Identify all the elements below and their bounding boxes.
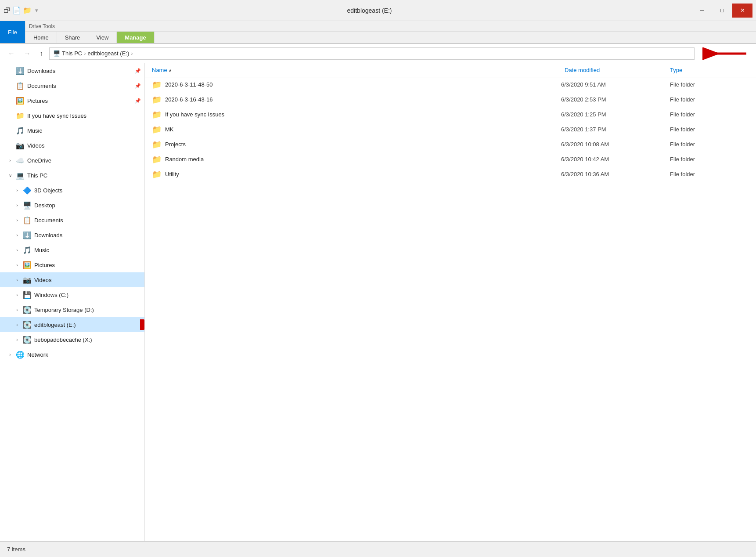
downloads-pc-icon: ⬇️: [23, 231, 32, 239]
sidebar-label: Downloads: [27, 68, 132, 74]
file-row[interactable]: 📁 2020-6-3-16-43-16 6/3/2020 2:53 PM Fil…: [145, 92, 756, 107]
folder-icon: 📁: [152, 80, 162, 90]
tab-view-label: View: [96, 34, 108, 41]
tab-share[interactable]: Share: [57, 32, 89, 43]
file-row[interactable]: 📁 Projects 6/3/2020 10:08 AM File folder: [145, 137, 756, 152]
minimize-button[interactable]: ─: [692, 4, 712, 18]
tab-view[interactable]: View: [88, 32, 117, 43]
file-date: 6/3/2020 1:37 PM: [561, 126, 666, 133]
col-date[interactable]: Date modified: [565, 67, 670, 73]
file-row[interactable]: 📁 Random media 6/3/2020 10:42 AM File fo…: [145, 152, 756, 167]
address-path[interactable]: 🖥️ This PC › editblogeast (E:) ›: [49, 47, 695, 60]
main-content: ⬇️ Downloads 📌 📋 Documents 📌 🖼️ Pictures…: [0, 63, 756, 541]
sidebar-item-downloads-pc[interactable]: › ⬇️ Downloads: [0, 228, 144, 242]
sidebar-label: Documents: [27, 83, 132, 89]
sidebar-item-sync-issues[interactable]: 📁 If you have sync Issues: [0, 108, 144, 123]
windows-c-icon: 💾: [23, 291, 32, 299]
sidebar-item-network[interactable]: › 🌐 Network: [0, 347, 144, 362]
sort-arrow: ∧: [169, 68, 172, 73]
col-name-label: Name: [152, 67, 167, 73]
tab-manage-label: Manage: [125, 34, 146, 41]
window-controls: ─ □ ✕: [692, 4, 752, 18]
sidebar-item-music-pc[interactable]: › 🎵 Music: [0, 242, 144, 257]
file-date: 6/3/2020 10:36 AM: [561, 171, 666, 177]
sidebar-item-documents-quick[interactable]: 📋 Documents 📌: [0, 78, 144, 93]
sidebar-item-music-quick[interactable]: 🎵 Music: [0, 123, 144, 138]
file-type: File folder: [670, 141, 749, 148]
file-date: 6/3/2020 9:51 AM: [561, 81, 666, 88]
file-type: File folder: [670, 81, 749, 88]
sidebar-item-videos-quick[interactable]: 📷 Videos: [0, 138, 144, 153]
sidebar-label: Downloads: [34, 232, 141, 239]
sidebar-item-editblogeast-container: › 💽 editblogeast (E:): [0, 317, 144, 332]
folder-icon: 📁: [152, 95, 162, 105]
file-row[interactable]: 📁 If you have sync Issues 6/3/2020 1:25 …: [145, 107, 756, 122]
ribbon-context-label: Drive Tools: [25, 21, 756, 32]
file-type: File folder: [670, 126, 749, 133]
file-date: 6/3/2020 10:08 AM: [561, 141, 666, 148]
col-type[interactable]: Type: [670, 67, 749, 73]
file-row[interactable]: 📁 Utility 6/3/2020 10:36 AM File folder: [145, 167, 756, 182]
tab-manage[interactable]: Manage: [117, 32, 154, 43]
drive-tools-label: Drive Tools: [29, 23, 55, 29]
sidebar-item-3d-objects[interactable]: › 🔷 3D Objects: [0, 183, 144, 198]
file-row[interactable]: 📁 2020-6-3-11-48-50 6/3/2020 9:51 AM Fil…: [145, 77, 756, 92]
sidebar-item-thispc[interactable]: ∨ 💻 This PC: [0, 168, 144, 183]
file-date: 6/3/2020 2:53 PM: [561, 96, 666, 103]
file-name: Projects: [165, 141, 558, 148]
expander: ›: [14, 278, 20, 282]
folder-icon: 📁: [152, 170, 162, 179]
window-title: editblogeast (E:): [347, 7, 392, 14]
file-name: Random media: [165, 156, 558, 163]
path-sep1: ›: [84, 50, 86, 57]
sidebar-item-pictures-pc[interactable]: › 🖼️ Pictures: [0, 257, 144, 272]
file-name: If you have sync Issues: [165, 111, 558, 118]
sidebar-item-videos-pc[interactable]: › 📷 Videos: [0, 272, 144, 287]
back-button[interactable]: ←: [5, 48, 18, 59]
file-date: 6/3/2020 10:42 AM: [561, 156, 666, 163]
sidebar-item-bebopadobecache[interactable]: › 💽 bebopadobecache (X:): [0, 332, 144, 347]
pin-icon: 📌: [135, 98, 141, 104]
file-type: File folder: [670, 111, 749, 118]
sidebar-item-documents-pc[interactable]: › 📋 Documents: [0, 213, 144, 228]
sidebar-item-editblogeast[interactable]: › 💽 editblogeast (E:): [0, 317, 144, 332]
tab-file[interactable]: File: [0, 21, 25, 43]
sidebar-item-windows-c[interactable]: › 💾 Windows (C:): [0, 287, 144, 302]
expander: ›: [14, 203, 20, 208]
music-pc-icon: 🎵: [23, 246, 32, 254]
file-type: File folder: [670, 171, 749, 177]
forward-button[interactable]: →: [21, 48, 33, 59]
sidebar-scroll[interactable]: ⬇️ Downloads 📌 📋 Documents 📌 🖼️ Pictures…: [0, 63, 144, 537]
file-name: 2020-6-3-11-48-50: [165, 81, 558, 88]
path-thispc: This PC: [62, 50, 82, 57]
sidebar-label: Windows (C:): [34, 292, 141, 298]
sidebar: ⬇️ Downloads 📌 📋 Documents 📌 🖼️ Pictures…: [0, 63, 145, 541]
expander: ›: [14, 218, 20, 223]
sidebar-label: Documents: [34, 217, 141, 224]
sidebar-item-downloads-quick[interactable]: ⬇️ Downloads 📌: [0, 63, 144, 78]
pictures-pc-icon: 🖼️: [23, 261, 32, 269]
sidebar-item-temp-d[interactable]: › 💽 Temporary Storage (D:): [0, 302, 144, 317]
maximize-button[interactable]: □: [712, 4, 732, 18]
file-name: 2020-6-3-16-43-16: [165, 96, 558, 103]
sidebar-label: Temporary Storage (D:): [34, 307, 141, 313]
expander: ›: [14, 263, 20, 268]
temp-d-icon: 💽: [23, 306, 32, 314]
up-button[interactable]: ↑: [37, 48, 46, 59]
col-date-label: Date modified: [565, 67, 600, 73]
pictures-icon: 🖼️: [16, 97, 25, 105]
sidebar-item-pictures-quick[interactable]: 🖼️ Pictures 📌: [0, 93, 144, 108]
col-name[interactable]: Name ∧: [152, 67, 565, 73]
folder-icon: 📁: [152, 140, 162, 149]
file-name: MK: [165, 126, 558, 133]
bebo-icon: 💽: [23, 336, 32, 344]
sidebar-item-onedrive[interactable]: › ☁️ OneDrive: [0, 153, 144, 168]
close-button[interactable]: ✕: [732, 4, 752, 18]
tab-home[interactable]: Home: [25, 32, 57, 43]
sidebar-item-desktop[interactable]: › 🖥️ Desktop: [0, 198, 144, 213]
ribbon: File Drive Tools Home Share View Manage: [0, 21, 756, 44]
expander: ›: [14, 188, 20, 193]
file-row[interactable]: 📁 MK 6/3/2020 1:37 PM File folder: [145, 122, 756, 137]
folder-icon: 📁: [152, 155, 162, 164]
path-sep2: ›: [131, 50, 133, 57]
